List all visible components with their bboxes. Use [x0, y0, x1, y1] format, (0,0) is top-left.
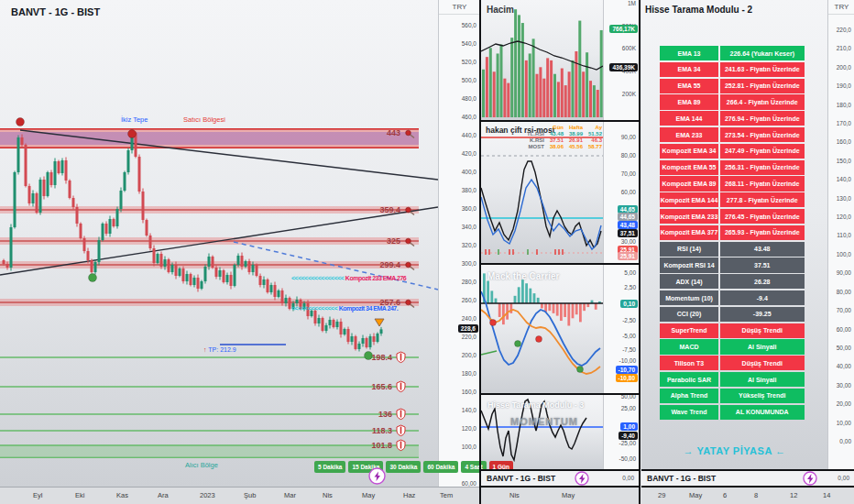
momentum-panel[interactable]: Hisse Tarama Modulu - 3 MOMENTUM — [481, 395, 603, 469]
shield-icon[interactable] — [397, 381, 405, 392]
shield-icon[interactable] — [397, 409, 405, 420]
screener-row-value: 256.31 - Fiyatın Üzerinde — [720, 160, 805, 175]
screener-row: Kompozit EMA 233276.45 - Fiyatın Üzerind… — [660, 209, 805, 224]
timeframe-button-60-dakika[interactable]: 60 Dakika — [423, 461, 458, 473]
screener-row-label: EMA 144 — [660, 111, 718, 126]
time-label: 2023 — [200, 491, 215, 499]
screener-time-axis[interactable]: 29May681214 — [641, 487, 854, 504]
indicator-value-chip: 44,65 — [618, 213, 638, 221]
screener-currency-label: TRY — [828, 3, 854, 15]
screener-row-label: Kompozit RSI 14 — [660, 257, 718, 272]
time-label: 8 — [754, 491, 758, 499]
divider-h1 — [481, 120, 639, 122]
screener-row-label: Kompozit EMA 55 — [660, 160, 718, 175]
screener-row-value: 226.64 (Yukarı Keser) — [720, 46, 805, 60]
screener-row-label: MACD — [660, 339, 718, 354]
time-label: Nis — [509, 491, 520, 499]
screener-row: Kompozit EMA 89268.11 - Fiyatın Üzerinde — [660, 176, 805, 191]
ema-chain-annotation[interactable]: <<<<<<<<<<<<<<<< Kompozit 233 EMA 276 — [291, 275, 406, 281]
indicator-tick: 5,00 — [624, 269, 636, 276]
screener-title: Hisse Tarama Modulu - 2 — [645, 5, 752, 15]
resistance-level-label[interactable]: 299.4 — [379, 260, 400, 269]
take-profit-annotation[interactable]: ↑ TP: 212.9 — [203, 346, 236, 353]
screener-row: Kompozit EMA 377265.93 - Fiyatın Üzerind… — [660, 225, 805, 240]
timeframe-button-5-dakika[interactable]: 5 Dakika — [314, 461, 345, 473]
screener-row-label: SuperTrend — [660, 323, 718, 338]
mack-carrier-panel[interactable]: Mack the Carrier — [481, 265, 603, 393]
screener-price-axis[interactable]: TRY 220,0210,0200,0190,0180,0170,0160,01… — [827, 0, 854, 469]
indicator-tick: -7,50 — [622, 346, 636, 353]
price-tick: 200,0 — [462, 352, 476, 358]
indicator-tick: 70,00 — [621, 170, 636, 177]
legend-row: K.RSI37.5126.9146.3 — [521, 137, 602, 144]
boost-lightning-icon[interactable] — [368, 467, 386, 485]
resistance-level-label[interactable]: 359.4 — [379, 205, 400, 214]
support-level-label[interactable]: 165.6 — [371, 382, 392, 391]
main-price-axis[interactable]: TRY 560,0540,0520,0500,0480,0460,0440,04… — [438, 0, 480, 487]
screener-row-value: 26.28 — [720, 274, 805, 289]
price-tick: 150,0 — [837, 158, 851, 164]
main-chart-title: BANVT - 1G - BIST — [11, 6, 100, 17]
support-level-label[interactable]: 118.3 — [372, 426, 392, 435]
time-label: Tem — [440, 491, 453, 499]
main-chart-canvas[interactable]: 443359.4325299.4257.6198.4165.6136118.31… — [0, 0, 438, 487]
shield-icon[interactable] — [397, 352, 405, 363]
ema-chain-label: Kompozit 34 EMA 247. — [339, 305, 398, 312]
screener-row-label: CCI (20) — [660, 307, 718, 322]
mid-time-axis[interactable]: NisMay — [481, 487, 639, 504]
indicator-value-chip: 436,39K — [609, 63, 638, 71]
support-level-label[interactable]: 101.8 — [371, 441, 392, 450]
shield-icon[interactable] — [397, 440, 405, 451]
screener-lightning-icon[interactable] — [803, 471, 817, 486]
price-tick: 120,0 — [837, 214, 851, 220]
resistance-level-label[interactable]: 443 — [387, 128, 400, 137]
screener-row-value: AL KONUMUNDA — [720, 405, 805, 420]
mid-price-axis[interactable]: 1M800K600K400K200K766,17K436,39K90,0080,… — [603, 0, 640, 469]
divider-h5 — [481, 486, 639, 488]
screener-row: Kompozit EMA 55256.31 - Fiyatın Üzerinde — [660, 160, 805, 175]
screener-row-label: ADX (14) — [660, 274, 718, 289]
price-tick: 140,0 — [462, 407, 476, 413]
screener-row: Alpha TrendYükseliş Trendi — [660, 389, 805, 403]
screener-row: Wave TrendAL KONUMUNDA — [660, 405, 805, 420]
screener-row: MACDAl Sinyali — [660, 339, 805, 354]
screener-row-label: EMA 34 — [660, 62, 718, 77]
screener-row-label: Kompozit EMA 377 — [660, 225, 718, 240]
price-tick: 420,0 — [462, 150, 476, 157]
ema-chain-annotation[interactable]: <<<<<<<<<<<<<< Kompozit 34 EMA 247. — [291, 305, 398, 312]
time-label: Mar — [284, 491, 296, 499]
timeframe-button-30-dakika[interactable]: 30 Dakika — [386, 461, 421, 473]
price-tick: 540,0 — [462, 40, 476, 47]
screener-row-label: EMA 55 — [660, 79, 718, 93]
mid-lightning-icon[interactable] — [575, 471, 589, 486]
indicator-tick: 1M — [628, 0, 636, 6]
resistance-level-label[interactable]: 325 — [387, 236, 400, 246]
price-tick: 60,00 — [837, 326, 851, 333]
indicator-tick: 2,50 — [624, 284, 636, 290]
rsi-most-panel[interactable]: hakan çift rsi-most GünHaftaAyTL.RSI43.4… — [481, 122, 603, 263]
screener-row-value: -9.4 — [720, 290, 805, 305]
legend-row: TL.RSI43.4838.9951.52 — [521, 131, 602, 137]
screener-row-label: Parabolic SAR — [660, 372, 718, 387]
volume-title: Hacim — [487, 5, 514, 15]
divider-h2 — [481, 263, 639, 265]
shield-icon[interactable] — [397, 425, 405, 436]
legend-header: Ay — [583, 125, 602, 131]
indicator-tick: -5,00 — [622, 333, 636, 339]
time-label: 14 — [823, 491, 830, 499]
screener-panel[interactable]: Hisse Tarama Modulu - 2 EMA 13226.64 (Yu… — [641, 0, 827, 469]
screener-row-label: Kompozit EMA 144 — [660, 192, 718, 207]
price-tick: 40,00 — [837, 363, 851, 369]
price-tick: 440,0 — [462, 132, 476, 138]
main-time-axis[interactable]: EylEkiKasAra2023ŞubMarNisMayHazTem — [0, 487, 479, 504]
screener-row-value: 241.63 - Fiyatın Üzerinde — [720, 62, 805, 77]
support-level-label[interactable]: 198.4 — [371, 353, 392, 362]
screener-row-label: RSI (14) — [660, 242, 718, 257]
support-level-label[interactable]: 136 — [378, 410, 392, 419]
volume-panel[interactable]: Hacim — [481, 0, 603, 120]
volume-svg — [481, 0, 603, 120]
double-top-label: İkiz Tepe — [121, 115, 148, 124]
mid-symbol-title: BANVT - 1G - BIST — [487, 474, 555, 483]
screener-row-value: 265.93 - Fiyatın Üzerinde — [720, 225, 805, 240]
screener-row: EMA 144276.94 - Fiyatın Üzerinde — [660, 111, 805, 126]
